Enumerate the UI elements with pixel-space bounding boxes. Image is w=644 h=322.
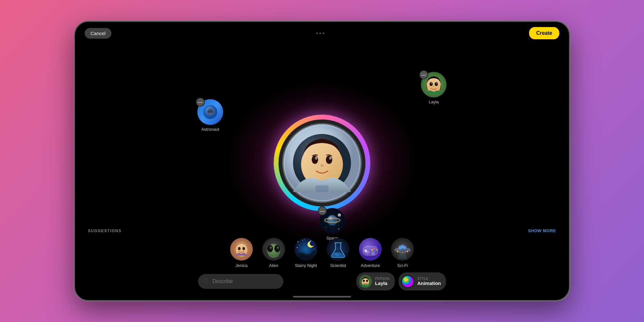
svg-point-22 [436,83,437,84]
svg-point-29 [327,215,337,225]
person-chip[interactable]: PERSON Layla [356,272,395,290]
person-chip-value: Layla [375,280,390,286]
layla-remove-badge[interactable]: — [419,70,428,79]
scientist-icon [327,238,349,260]
svg-point-48 [302,240,303,241]
style-chip[interactable]: STYLE Animation [399,272,446,290]
top-bar: Cancel Create [75,22,569,44]
svg-rect-9 [316,185,328,192]
avatar-ring-outer [274,115,370,211]
svg-point-5 [315,156,317,160]
describe-input-wrapper [198,274,353,289]
starry-night-icon [295,238,317,260]
adventure-label: Adventure [361,263,380,268]
suggestion-starry-night[interactable]: Starry Night [295,238,317,268]
jenica-label: Jenica [235,263,248,268]
style-chip-label: STYLE [417,277,441,280]
svg-point-77 [403,246,406,249]
svg-point-68 [376,249,378,251]
jenica-icon [230,238,253,260]
svg-point-71 [366,251,369,254]
suggestions-header: SUGGESTIONS SHOW MORE [88,228,556,233]
astronaut-remove-badge[interactable]: — [196,98,205,107]
svg-point-16 [212,109,213,111]
svg-point-15 [209,109,210,111]
avatar-ring [274,115,370,211]
avatar-ring-inner [279,119,365,206]
svg-point-81 [404,251,406,253]
suggestion-alien[interactable]: Alien [262,238,285,268]
suggestions-title: SUGGESTIONS [88,229,122,233]
device-frame: Cancel Create [74,21,570,301]
layla-label: Layla [429,99,439,104]
starry-night-label: Starry Night [295,263,317,268]
person-chip-label: PERSON [375,277,390,280]
svg-point-41 [274,245,280,252]
style-chip-text: STYLE Animation [417,277,441,286]
svg-point-27 [326,227,326,228]
floating-astronaut[interactable]: — [197,99,223,132]
suggestions-items: Jenica [88,238,556,268]
svg-point-23 [433,86,435,87]
svg-point-88 [366,280,368,282]
home-indicator [293,296,351,298]
svg-point-21 [431,83,432,84]
svg-point-79 [399,251,401,253]
svg-point-47 [298,242,298,242]
svg-point-67 [374,248,375,250]
svg-point-76 [401,245,404,248]
show-more-button[interactable]: SHOW MORE [528,228,556,233]
svg-point-70 [371,249,373,251]
svg-point-32 [329,217,332,220]
suggestion-adventure[interactable]: Adventure [359,238,382,268]
svg-point-45 [274,252,275,253]
svg-point-91 [402,276,413,287]
alien-icon [262,238,285,260]
describe-input[interactable] [198,274,283,289]
adventure-icon [359,238,382,260]
svg-point-36 [238,247,241,250]
svg-point-3 [312,156,318,164]
sci-fi-label: Sci-Fi [397,263,408,268]
svg-point-42 [270,246,272,249]
style-icon [401,275,414,288]
space-remove-badge[interactable]: — [318,206,327,215]
dot-2 [319,33,321,34]
style-chip-value: Animation [417,280,441,286]
suggestions-bar: SUGGESTIONS SHOW MORE [75,228,569,268]
svg-point-82 [407,251,408,252]
top-dots-indicator [316,33,324,34]
avatar-astronaut-svg [280,121,364,205]
svg-point-6 [329,156,332,160]
svg-point-57 [310,241,315,246]
svg-point-43 [277,246,279,249]
svg-point-37 [242,247,245,250]
svg-point-52 [314,249,315,250]
svg-point-92 [404,278,407,281]
svg-point-78 [397,251,399,252]
svg-point-51 [297,247,298,248]
device-screen: Cancel Create [75,22,569,300]
create-button[interactable]: Create [529,27,559,39]
sci-fi-icon [391,238,414,260]
svg-point-7 [320,164,324,167]
cancel-button[interactable]: Cancel [85,28,111,39]
person-avatar [359,275,372,288]
suggestion-scientist[interactable]: Scientist [327,238,349,268]
bottom-bar: PERSON Layla [75,272,569,290]
svg-point-53 [304,239,305,240]
svg-point-72 [372,252,375,255]
scientist-label: Scientist [330,263,346,268]
floating-layla[interactable]: — [421,72,447,104]
suggestion-jenica[interactable]: Jenica [230,238,253,268]
svg-point-44 [272,252,273,253]
person-chip-text: PERSON Layla [375,277,390,286]
svg-point-87 [363,280,365,282]
suggestion-sci-fi[interactable]: Sci-Fi [391,238,414,268]
alien-label: Alien [269,263,279,268]
svg-point-62 [332,253,345,257]
dot-3 [323,33,324,34]
svg-point-40 [267,245,273,252]
svg-point-54 [299,245,300,245]
astronaut-label: Astronaut [201,127,219,132]
